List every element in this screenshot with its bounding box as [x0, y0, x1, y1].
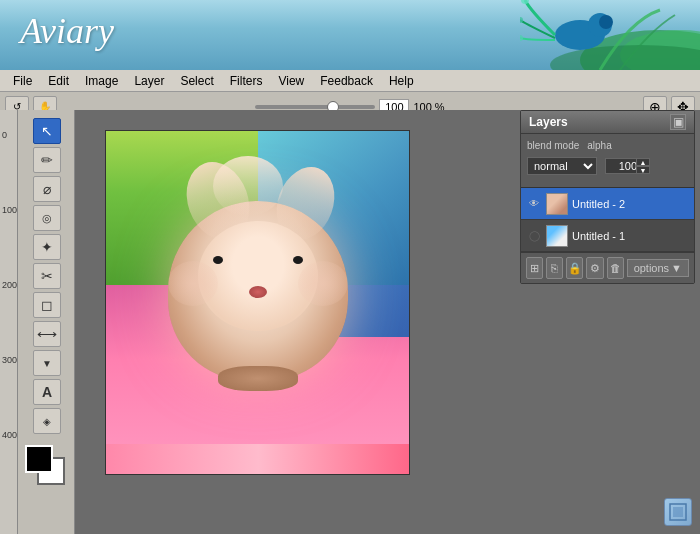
canvas-area: Layers ▣ blend mode alpha normal [75, 110, 700, 534]
layer-visibility-icon[interactable]: 👁 [526, 196, 542, 212]
magic-tool-button[interactable]: ✦ [33, 234, 61, 260]
content-area: -100 0 100 200 300 400 500 600 0 100 200… [0, 92, 700, 534]
crop-tool-button[interactable]: ✂ [33, 263, 61, 289]
fill-tool-button[interactable]: ▼ [33, 350, 61, 376]
layers-list: 👁 Untitled - 2 ◯ Untitled - 1 [521, 187, 694, 252]
new-layer-button[interactable]: ⊞ [526, 257, 543, 279]
menu-select[interactable]: Select [172, 72, 221, 90]
canvas-image[interactable] [105, 130, 410, 475]
layer-thumbnail [546, 225, 568, 247]
foreground-color-swatch[interactable] [25, 445, 53, 473]
tool-buttons: ↖ ✏ ⌀ ◎ ✦ ✂ ◻ ⟷ ▼ A ◈ [25, 114, 69, 489]
duplicate-layer-button[interactable]: ⎘ [546, 257, 563, 279]
ellipse-tool-button[interactable]: ◎ [33, 205, 61, 231]
text-tool-button[interactable]: A [33, 379, 61, 405]
app-header: Aviary [0, 0, 700, 70]
delete-layer-button[interactable]: 🗑 [607, 257, 624, 279]
transform-tool-button[interactable]: ⟷ [33, 321, 61, 347]
alpha-spinner: ▲ ▼ [636, 158, 650, 174]
layer-thumbnail [546, 193, 568, 215]
blend-mode-label: blend mode [527, 140, 579, 151]
blend-mode-row: blend mode alpha [527, 140, 688, 151]
lock-layer-button[interactable]: 🔒 [566, 257, 583, 279]
svg-point-5 [599, 15, 613, 29]
layers-footer: ⊞ ⎘ 🔒 ⚙ 🗑 options ▼ [521, 252, 694, 283]
blend-alpha-controls: normal ▲ ▼ [527, 157, 688, 175]
ruler-v-mark: 0 [0, 130, 17, 140]
select-tool-button[interactable]: ↖ [33, 118, 61, 144]
layers-panel: Layers ▣ blend mode alpha normal [520, 110, 695, 284]
navigator-button[interactable] [664, 498, 692, 526]
layers-collapse-button[interactable]: ▣ [670, 114, 686, 130]
layers-panel-title: Layers [529, 115, 568, 129]
alpha-input[interactable] [605, 158, 640, 174]
alpha-label: alpha [587, 140, 611, 151]
hamster-figure [158, 161, 358, 401]
layer-visibility-icon[interactable]: ◯ [526, 228, 542, 244]
layers-title-bar: Layers ▣ [521, 111, 694, 134]
app-logo: Aviary [20, 10, 114, 52]
alpha-up-button[interactable]: ▲ [636, 158, 650, 166]
menu-feedback[interactable]: Feedback [312, 72, 381, 90]
layer-item[interactable]: ◯ Untitled - 1 [521, 220, 694, 252]
blend-mode-select[interactable]: normal [527, 157, 597, 175]
menu-layer[interactable]: Layer [126, 72, 172, 90]
layer-item[interactable]: 👁 Untitled - 2 [521, 188, 694, 220]
pencil-tool-button[interactable]: ✏ [33, 147, 61, 173]
canvas-bottom-bar [106, 444, 410, 474]
options-arrow-icon: ▼ [671, 262, 682, 274]
options-button[interactable]: options ▼ [627, 259, 689, 277]
menu-view[interactable]: View [270, 72, 312, 90]
ruler-v-mark: 200 [0, 280, 17, 290]
layers-controls: blend mode alpha normal ▲ ▼ [521, 134, 694, 187]
clone-tool-button[interactable]: ◈ [33, 408, 61, 434]
menu-file[interactable]: File [5, 72, 40, 90]
color-swatches [25, 445, 69, 489]
svg-rect-10 [673, 507, 683, 517]
menu-image[interactable]: Image [77, 72, 126, 90]
ruler-v-mark: 300 [0, 355, 17, 365]
menu-filters[interactable]: Filters [222, 72, 271, 90]
layer-name: Untitled - 1 [572, 230, 689, 242]
rect-tool-button[interactable]: ◻ [33, 292, 61, 318]
ruler-v-mark: 400 [0, 430, 17, 440]
menu-help[interactable]: Help [381, 72, 422, 90]
layer-name: Untitled - 2 [572, 198, 689, 210]
svg-point-8 [520, 35, 523, 41]
alpha-down-button[interactable]: ▼ [636, 166, 650, 174]
ruler-v-mark: 100 [0, 205, 17, 215]
menu-edit[interactable]: Edit [40, 72, 77, 90]
menu-bar: File Edit Image Layer Select Filters Vie… [0, 70, 700, 92]
fx-layer-button[interactable]: ⚙ [586, 257, 603, 279]
lasso-tool-button[interactable]: ⌀ [33, 176, 61, 202]
left-toolbar: 0 100 200 300 400 ↖ ✏ ⌀ ◎ ✦ ✂ ◻ ⟷ ▼ A ◈ [0, 110, 75, 534]
workspace: 0 100 200 300 400 ↖ ✏ ⌀ ◎ ✦ ✂ ◻ ⟷ ▼ A ◈ [0, 110, 700, 534]
vertical-ruler: 0 100 200 300 400 [0, 110, 18, 534]
